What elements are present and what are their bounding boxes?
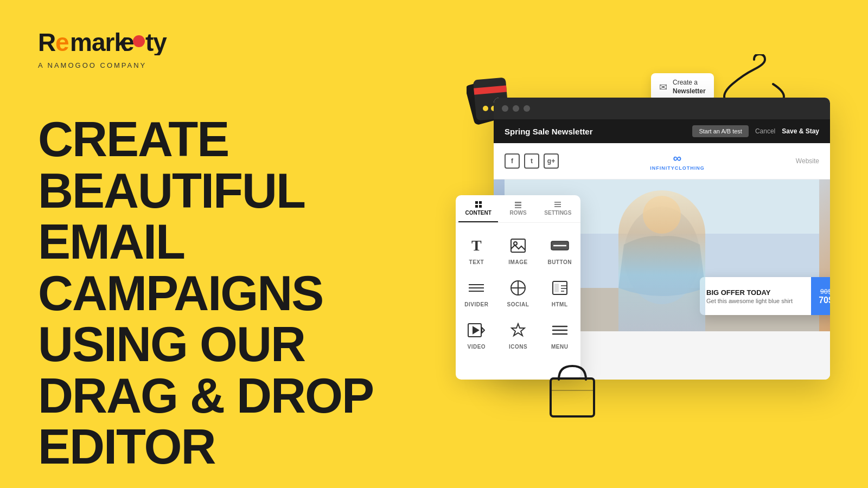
svg-rect-26 xyxy=(511,239,525,252)
email-header: f t g+ ∞ INFINITYCLOTHING Website xyxy=(494,143,830,179)
svg-text:e: e xyxy=(55,28,69,55)
heading-line1: CREATE BEAUTIFUL EMAIL xyxy=(38,114,450,268)
offer-price: 90$ 70$ xyxy=(811,277,830,315)
social-icons: f t g+ xyxy=(505,153,559,169)
brand-logo: R e mark e ty xyxy=(38,27,179,59)
svg-point-4 xyxy=(133,35,145,47)
tab-rows[interactable]: ROWS xyxy=(498,195,538,222)
heading-line2: CAMPAIGNS USING OUR xyxy=(38,268,450,370)
svg-rect-16 xyxy=(475,201,478,204)
toolbar-html[interactable]: HTML xyxy=(539,271,580,313)
tab-content-label: CONTENT xyxy=(465,210,491,216)
brand-logo-email: ∞ INFINITYCLOTHING xyxy=(650,151,705,171)
image-label: IMAGE xyxy=(508,259,527,265)
svg-text:R: R xyxy=(38,28,56,55)
toolbar-menu[interactable]: MENU xyxy=(539,313,580,355)
newsletter-text: Create a Newsletter xyxy=(673,79,706,95)
menu-icon xyxy=(551,321,569,339)
svg-point-14 xyxy=(624,207,700,304)
tab-content[interactable]: CONTENT xyxy=(458,195,498,222)
mockup-area: ✉ Create a Newsletter Spring Sale Newsle… xyxy=(461,43,868,455)
button-label: BUTTON xyxy=(547,259,571,265)
toolbar-video[interactable]: VIDEO xyxy=(456,313,497,355)
save-button[interactable]: Save & Stay xyxy=(782,127,819,135)
toolbar-image[interactable]: IMAGE xyxy=(497,228,539,271)
svg-marker-43 xyxy=(473,327,478,333)
image-icon xyxy=(509,236,527,255)
dot2 xyxy=(513,105,519,112)
icons-label: ICONS xyxy=(509,344,527,350)
browser-bar xyxy=(494,98,830,119)
svg-rect-18 xyxy=(475,205,478,208)
divider-label: DIVIDER xyxy=(464,301,488,307)
toolbar-icons[interactable]: ICONS xyxy=(497,313,539,355)
toolbar-social[interactable]: SOCIAL xyxy=(497,271,539,313)
svg-text:ty: ty xyxy=(145,28,167,55)
brand-name: INFINITYCLOTHING xyxy=(650,165,705,171)
logo-area: R e mark e ty a NAMOGOO company xyxy=(38,27,179,69)
offer-subtitle: Get this awesome light blue shirt xyxy=(706,298,805,304)
html-icon xyxy=(551,279,569,297)
facebook-icon: f xyxy=(505,153,520,169)
svg-marker-42 xyxy=(482,328,484,333)
menu-label: MENU xyxy=(551,344,568,350)
heading-line3: DRAG & DROP EDITOR xyxy=(38,370,450,473)
ab-test-button[interactable]: Start an A/B test xyxy=(692,125,749,137)
envelope-icon: ✉ xyxy=(659,81,667,93)
hero-heading: CREATE BEAUTIFUL EMAIL CAMPAIGNS USING O… xyxy=(38,114,450,473)
button-icon xyxy=(551,236,569,255)
html-label: HTML xyxy=(552,301,568,307)
price-old: 90$ xyxy=(820,287,830,296)
offer-title: BIG OFFER TODAY xyxy=(706,288,805,297)
toolbar-panel: CONTENT ROWS SETTINGS T TEXT xyxy=(456,195,580,380)
company-tagline: a NAMOGOO company xyxy=(38,61,179,69)
svg-rect-22 xyxy=(515,207,521,208)
remarkety-logo-svg: R e mark e ty xyxy=(38,27,179,55)
svg-rect-19 xyxy=(479,205,482,208)
toolbar-grid: T TEXT IMAGE xyxy=(456,223,580,361)
dot3 xyxy=(524,105,530,112)
svg-text:mark: mark xyxy=(70,28,128,55)
svg-point-15 xyxy=(643,196,681,234)
social-icon xyxy=(509,279,527,297)
toolbar-button[interactable]: BUTTON xyxy=(539,228,580,271)
toolbar-divider[interactable]: DIVIDER xyxy=(456,271,497,313)
video-icon xyxy=(467,321,486,339)
text-icon: T xyxy=(467,236,486,255)
svg-rect-23 xyxy=(554,202,561,203)
gplus-icon: g+ xyxy=(544,153,559,169)
toolbar-tabs: CONTENT ROWS SETTINGS xyxy=(456,195,580,223)
cancel-button[interactable]: Cancel xyxy=(755,127,775,135)
text-label: TEXT xyxy=(469,259,484,265)
price-new: 70$ xyxy=(819,296,830,305)
svg-point-9 xyxy=(483,106,488,111)
newsletter-title: Spring Sale Newsletter xyxy=(505,127,686,136)
svg-point-27 xyxy=(514,242,517,245)
svg-rect-20 xyxy=(515,202,521,203)
twitter-icon: t xyxy=(524,153,539,169)
svg-rect-17 xyxy=(479,201,482,204)
dot1 xyxy=(502,105,508,112)
svg-rect-48 xyxy=(551,378,594,416)
svg-rect-37 xyxy=(554,284,559,292)
svg-rect-25 xyxy=(554,206,561,207)
offer-text: BIG OFFER TODAY Get this awesome light b… xyxy=(700,277,811,315)
svg-marker-44 xyxy=(512,324,525,336)
svg-text:e: e xyxy=(120,28,134,55)
tab-settings-label: SETTINGS xyxy=(544,210,571,216)
tab-settings[interactable]: SETTINGS xyxy=(538,195,578,222)
social-label: SOCIAL xyxy=(507,301,529,307)
video-label: VIDEO xyxy=(468,344,486,350)
divider-icon xyxy=(467,279,486,297)
svg-rect-21 xyxy=(515,204,521,206)
tab-rows-label: ROWS xyxy=(509,210,526,216)
hero-section: CREATE BEAUTIFUL EMAIL CAMPAIGNS USING O… xyxy=(38,114,450,488)
toolbar-text[interactable]: T TEXT xyxy=(456,228,497,271)
newsletter-tooltip: ✉ Create a Newsletter xyxy=(651,73,714,101)
offer-card: BIG OFFER TODAY Get this awesome light b… xyxy=(700,277,830,315)
svg-rect-24 xyxy=(554,204,561,205)
website-link[interactable]: Website xyxy=(796,157,819,165)
shopping-bag-decoration xyxy=(542,358,602,423)
icons-icon xyxy=(509,321,527,339)
browser-title-bar: Spring Sale Newsletter Start an A/B test… xyxy=(494,119,830,143)
